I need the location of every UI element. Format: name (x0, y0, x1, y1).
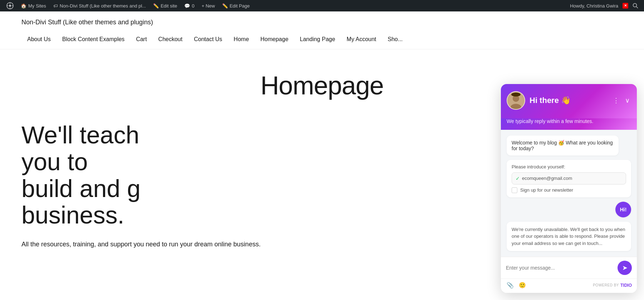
attach-button[interactable]: 📎 (506, 281, 514, 289)
comments-count: 0 (192, 3, 194, 9)
nav-home[interactable]: Home (228, 33, 255, 45)
chat-unavailable-bubble: We're currently unavailable. We'll get b… (507, 222, 631, 251)
edit-page-label: Edit Page (230, 3, 250, 9)
comments-item[interactable]: 💬 0 (181, 0, 198, 11)
attach-icon: 📎 (507, 282, 514, 288)
x-icon: ✕ (623, 3, 628, 9)
nav-homepage[interactable]: Homepage (255, 33, 294, 45)
new-item[interactable]: + New (198, 0, 218, 11)
my-sites-label: My Sites (28, 3, 46, 9)
nav-landing-page[interactable]: Landing Page (294, 33, 341, 45)
site-icon: 🏷 (53, 3, 58, 9)
site-name-item[interactable]: 🏷 Non-Divi Stuff (Like other themes and … (50, 0, 150, 11)
newsletter-label: Sign up for our newsletter (520, 187, 573, 193)
my-sites-icon: 🏠 (21, 3, 26, 9)
emoji-button[interactable]: 🙂 (518, 281, 527, 289)
newsletter-row[interactable]: Sign up for our newsletter (512, 187, 626, 193)
howdy-text: Howdy, Christina Gwira (567, 3, 621, 9)
chat-welcome-bubble: Welcome to my blog 🥳 What are you lookin… (507, 136, 619, 156)
chat-greeting: Hi there 👋 (530, 96, 607, 105)
powered-by-label: POWERED BY (593, 283, 619, 287)
chat-header: Hi there 👋 ⋮ ∨ (501, 84, 637, 118)
admin-bar-right: Howdy, Christina Gwira ✕ (567, 0, 641, 11)
new-label: + New (201, 3, 215, 9)
nav-block-content[interactable]: Block Content Examples (57, 33, 130, 45)
comment-icon: 💬 (184, 3, 190, 9)
edit-site-icon: ✏️ (153, 3, 159, 9)
chat-more-button[interactable]: ⋮ (611, 96, 621, 105)
chat-footer-icons: 📎 🙂 (506, 281, 527, 289)
pencil-icon: ✏️ (222, 3, 228, 9)
edit-site-item[interactable]: ✏️ Edit site (150, 0, 181, 11)
site-nav: About Us Block Content Examples Cart Che… (21, 33, 623, 45)
hero-line1: We'll teachyou tobuild and gbusiness. (21, 121, 141, 228)
chat-send-button[interactable]: ➤ (618, 261, 632, 275)
powered-by: POWERED BY TIDIO (593, 283, 632, 288)
chat-message-input[interactable] (506, 265, 615, 271)
chat-widget: Hi there 👋 ⋮ ∨ We typically reply within… (501, 84, 637, 293)
tidio-logo: TIDIO (620, 283, 632, 288)
introduce-label: Please introduce yourself: (512, 164, 626, 169)
edit-page-item[interactable]: ✏️ Edit Page (219, 0, 253, 11)
chat-header-actions: ⋮ ∨ (611, 96, 631, 105)
newsletter-checkbox[interactable] (512, 187, 517, 193)
my-sites-item[interactable]: 🏠 My Sites (17, 0, 50, 11)
chat-subtext: We typically reply within a few minutes. (501, 118, 637, 130)
sub-text: All the resources, training, and support… (21, 239, 272, 250)
svg-point-11 (511, 92, 521, 96)
search-button[interactable] (630, 0, 641, 11)
nav-my-account[interactable]: My Account (341, 33, 382, 45)
chat-footer: 📎 🙂 POWERED BY TIDIO (501, 279, 637, 293)
svg-point-1 (9, 5, 11, 7)
emoji-icon: 🙂 (519, 282, 526, 288)
nav-cart[interactable]: Cart (130, 33, 152, 45)
admin-bar: 🏠 My Sites 🏷 Non-Divi Stuff (Like other … (0, 0, 644, 11)
nav-about-us[interactable]: About Us (21, 33, 57, 45)
chat-minimize-button[interactable]: ∨ (624, 96, 631, 105)
check-icon: ✓ (516, 176, 520, 181)
nav-contact-us[interactable]: Contact Us (188, 33, 228, 45)
edit-site-label: Edit site (161, 3, 177, 9)
nav-checkout[interactable]: Checkout (152, 33, 188, 45)
hero-text: We'll teachyou tobuild and gbusiness. (21, 122, 343, 228)
svg-point-6 (633, 4, 637, 7)
wp-logo-item[interactable] (3, 0, 17, 11)
hi-bubble: Hi! (615, 202, 631, 217)
chat-body[interactable]: Welcome to my blog 🥳 What are you lookin… (501, 130, 637, 257)
chat-introduce-section: Please introduce yourself: ✓ ecomqueen@g… (507, 160, 631, 197)
site-name-label: Non-Divi Stuff (Like other themes and pl… (60, 3, 146, 9)
svg-line-7 (636, 7, 638, 9)
chat-input-row: ➤ (501, 257, 637, 279)
site-title: Non-Divi Stuff (Like other themes and pl… (21, 19, 623, 26)
send-icon: ➤ (622, 264, 628, 272)
chat-avatar (507, 91, 525, 110)
nav-shop[interactable]: Sho... (382, 33, 409, 45)
email-field-display[interactable]: ✓ ecomqueen@gmail.com (512, 172, 626, 185)
email-value: ecomqueen@gmail.com (522, 176, 572, 181)
site-header: Non-Divi Stuff (Like other themes and pl… (0, 11, 644, 49)
